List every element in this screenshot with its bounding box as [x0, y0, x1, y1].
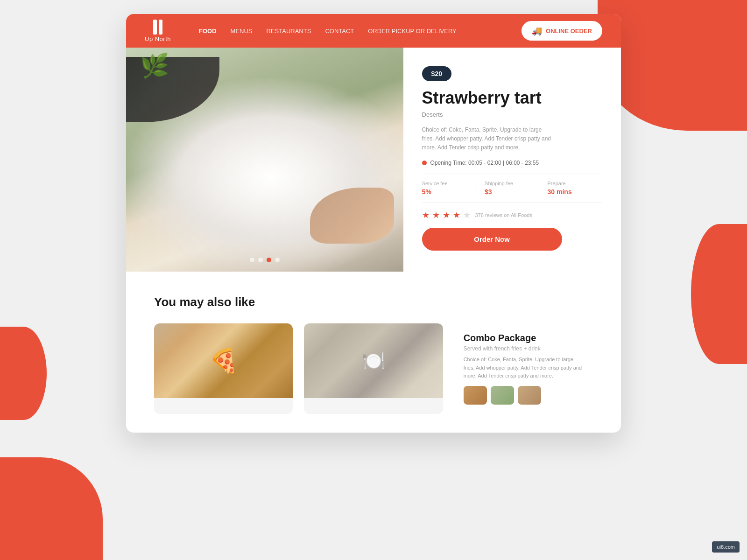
- nav-menus[interactable]: MENUS: [231, 28, 253, 35]
- truck-icon: 🚚: [532, 26, 542, 36]
- plant-decoration: 🌿: [140, 52, 169, 79]
- online-order-button[interactable]: 🚚 ONLINE OEDER: [521, 21, 602, 41]
- service-fee-label: Service fee: [422, 181, 469, 186]
- status-dot: [422, 161, 427, 165]
- combo-description: Choice of: Coke, Fanta, Sprite. Upgrade …: [464, 356, 584, 380]
- product-info: $20 Strawberry tart Deserts Choice of: C…: [403, 48, 621, 272]
- logo[interactable]: Up North: [145, 20, 171, 42]
- bg-decoration-bottom-left: [0, 457, 103, 560]
- star-4: ★: [453, 210, 460, 220]
- mini-thumbnails: [464, 386, 584, 405]
- plate-scene: 🌿: [126, 48, 403, 272]
- fees-row: Service fee 5% Shipping fee $3 Prepare 3…: [422, 174, 602, 203]
- page-wrapper: Up North FOOD MENUS RESTAURANTS CONTACT …: [117, 0, 630, 461]
- dinner-image: 🍽️: [304, 323, 443, 398]
- also-like-section: You may also like 🍕 🍽️ Combo Package Ser…: [126, 272, 621, 433]
- mini-thumb-1[interactable]: [464, 386, 487, 405]
- opening-time-text: Opening Time: 00:05 - 02:00 | 06:00 - 23…: [430, 160, 539, 166]
- nav-restaurants[interactable]: RESTAURANTS: [267, 28, 311, 35]
- hero-section: 🌿 $20 Strawberry tart Deserts Choice of:…: [126, 48, 621, 272]
- watermark: ui8.com: [712, 541, 740, 553]
- logo-bar-right: [159, 20, 162, 35]
- prepare-label: Prepare: [548, 181, 595, 186]
- star-1: ★: [422, 210, 430, 220]
- online-order-label: ONLINE OEDER: [546, 28, 592, 35]
- product-category: Deserts: [422, 111, 602, 118]
- slide-dot-1[interactable]: [250, 258, 254, 262]
- mini-thumb-3[interactable]: [518, 386, 541, 405]
- food-card-dinner[interactable]: 🍽️: [304, 323, 443, 414]
- slide-dot-2[interactable]: [258, 258, 263, 262]
- service-fee-value: 5%: [422, 188, 469, 196]
- section-title: You may also like: [154, 295, 593, 309]
- product-description: Choice of: Coke, Fanta, Sprite. Upgrade …: [422, 126, 553, 153]
- stars-row: ★ ★ ★ ★ ★ 376 reviews on All Foods: [422, 210, 602, 220]
- product-title: Strawberry tart: [422, 89, 602, 107]
- bg-decoration-mid-left: [0, 327, 47, 420]
- bg-decoration-mid-right: [691, 224, 747, 364]
- order-now-button[interactable]: Order Now: [422, 228, 562, 251]
- opening-time: Opening Time: 00:05 - 02:00 | 06:00 - 23…: [422, 160, 602, 166]
- slide-dot-4[interactable]: [275, 258, 280, 262]
- star-3: ★: [443, 210, 450, 220]
- shipping-fee-item: Shipping fee $3: [477, 181, 540, 196]
- star-2: ★: [432, 210, 440, 220]
- food-card-pizza[interactable]: 🍕: [154, 323, 293, 414]
- prepare-value: 30 mins: [548, 188, 595, 196]
- combo-subtitle: Served with french fries + drink: [464, 345, 584, 352]
- shipping-fee-value: $3: [485, 188, 532, 196]
- nav-contact[interactable]: CONTACT: [325, 28, 354, 35]
- shipping-fee-label: Shipping fee: [485, 181, 532, 186]
- pizza-image: 🍕: [154, 323, 293, 398]
- logo-icon: [153, 20, 162, 35]
- slide-dot-3[interactable]: [267, 258, 271, 262]
- nav-food[interactable]: FOOD: [199, 28, 217, 35]
- logo-text: Up North: [145, 35, 171, 42]
- hero-image-area: 🌿: [126, 48, 403, 272]
- combo-info-card: Combo Package Served with french fries +…: [454, 323, 593, 414]
- mini-thumb-2[interactable]: [491, 386, 514, 405]
- price-badge: $20: [422, 66, 451, 81]
- also-like-grid: 🍕 🍽️ Combo Package Served with french fr…: [154, 323, 593, 414]
- star-5: ★: [463, 210, 471, 220]
- navbar: Up North FOOD MENUS RESTAURANTS CONTACT …: [126, 14, 621, 48]
- combo-title: Combo Package: [464, 333, 584, 343]
- nav-links: FOOD MENUS RESTAURANTS CONTACT ORDER PIC…: [199, 28, 503, 35]
- slide-dots: [250, 258, 280, 262]
- logo-bar-left: [153, 20, 157, 35]
- reviews-text: 376 reviews on All Foods: [475, 212, 532, 218]
- nav-order-pickup[interactable]: ORDER PICKUP OR DELIVERY: [368, 28, 457, 35]
- prepare-item: Prepare 30 mins: [540, 181, 602, 196]
- main-card: Up North FOOD MENUS RESTAURANTS CONTACT …: [126, 14, 621, 433]
- service-fee-item: Service fee 5%: [422, 181, 477, 196]
